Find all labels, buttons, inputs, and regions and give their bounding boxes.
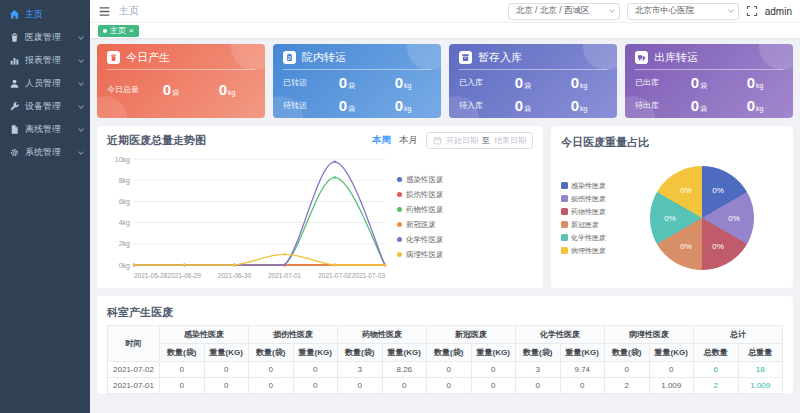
- tag-home[interactable]: 主页 ×: [98, 25, 139, 37]
- trend-controls: 本周 本月 开始日期 至 结束日期: [372, 132, 533, 149]
- trend-legend-item[interactable]: 新冠医废: [397, 220, 455, 230]
- card-title: 今日产生: [126, 50, 170, 65]
- pie-legend-item[interactable]: 药物性医废: [561, 207, 621, 217]
- sidebar-item-device-management[interactable]: 设备管理: [0, 95, 90, 118]
- card-divider: [107, 69, 255, 70]
- svg-text:6kg: 6kg: [119, 198, 130, 206]
- pie-legend-item[interactable]: 损伤性医废: [561, 194, 621, 204]
- stat-label: 已转运: [283, 77, 319, 88]
- stat-count: 0袋: [495, 74, 551, 91]
- card-divider: [635, 69, 783, 70]
- trend-chart-panel: 近期医废总量走势图 本周 本月 开始日期 至 结束日期: [97, 126, 543, 288]
- stat-card-4: 出库转运 已出库 0袋 0kg 待出库 0袋 0kg: [625, 44, 793, 118]
- col-group: 损伤性医废: [249, 326, 338, 344]
- sidebar-item-home[interactable]: 主页: [0, 3, 90, 26]
- card-title: 院内转运: [302, 50, 346, 65]
- clipboard-icon: [283, 51, 296, 64]
- col-sub: 数量(袋): [516, 344, 561, 362]
- chevron-down-icon: [78, 126, 84, 132]
- sidebar-item-label: 报表管理: [25, 54, 79, 67]
- legend-label: 化学性医废: [406, 235, 444, 245]
- legend-swatch: [561, 208, 568, 215]
- date-start-placeholder[interactable]: 开始日期: [446, 135, 478, 146]
- legend-dot: [397, 192, 402, 197]
- sidebar-item-report-management[interactable]: 报表管理: [0, 49, 90, 72]
- row-total-weight: 18: [738, 362, 783, 378]
- stat-weight: 0kg: [551, 74, 607, 91]
- trend-legend-item[interactable]: 药物性医废: [397, 205, 455, 215]
- trend-legend-item[interactable]: 损伤性医废: [397, 190, 455, 200]
- user-menu[interactable]: admin: [765, 6, 792, 17]
- trend-header: 近期医废总量走势图 本周 本月 开始日期 至 结束日期: [107, 132, 533, 149]
- svg-text:2kg: 2kg: [119, 240, 130, 248]
- pie-slice-label: 0%: [712, 186, 724, 195]
- stat-count: 0袋: [671, 74, 727, 91]
- app: 主页医废管理报表管理人员管理设备管理离线管理系统管理 主页 北京 / 北京 / …: [0, 0, 800, 413]
- tag-close-icon[interactable]: ×: [129, 27, 134, 35]
- svg-text:10kg: 10kg: [115, 156, 130, 164]
- legend-label: 化学性医废: [571, 233, 606, 243]
- legend-dot: [397, 252, 402, 257]
- gear-icon: [9, 147, 20, 158]
- chevron-down-icon: [78, 57, 84, 63]
- pie-chart[interactable]: 0%0%0%0%0%0%: [650, 166, 754, 270]
- region-select[interactable]: 北京 / 北京 / 西城区: [508, 3, 620, 20]
- stat-card-2: 院内转运 已转运 0袋 0kg 待转运 0袋 0kg: [273, 44, 441, 118]
- table-cell: 3: [338, 362, 383, 378]
- date-end-placeholder[interactable]: 结束日期: [494, 135, 526, 146]
- svg-text:0kg: 0kg: [119, 262, 130, 270]
- col-total-sub: 总数量: [694, 344, 739, 362]
- row-total-weight: 1.009: [738, 378, 783, 394]
- table-row: 2021-07-01000000000021.00921.009: [108, 378, 783, 394]
- top-navbar: 主页 北京 / 北京 / 西城区 北京市中心医院 admin: [90, 0, 800, 22]
- col-total: 总计: [694, 326, 783, 344]
- pie-legend-item[interactable]: 感染性医废: [561, 181, 621, 191]
- pie-legend-item[interactable]: 病理性医废: [561, 246, 621, 256]
- hospital-select[interactable]: 北京市中心医院: [627, 3, 739, 20]
- svg-text:8kg: 8kg: [119, 177, 130, 185]
- table-cell: 0: [516, 378, 561, 394]
- trend-legend-item[interactable]: 感染性医废: [397, 175, 455, 185]
- legend-label: 病理性医废: [571, 246, 606, 256]
- hospital-select-value: 北京市中心医院: [635, 5, 721, 17]
- card-stat-row: 已出库 0袋 0kg: [635, 71, 783, 94]
- fullscreen-icon[interactable]: [746, 5, 758, 17]
- table-cell: 0: [471, 378, 516, 394]
- range-month-button[interactable]: 本月: [399, 134, 418, 147]
- legend-label: 新冠医废: [406, 220, 436, 230]
- date-range-picker[interactable]: 开始日期 至 结束日期: [426, 132, 533, 149]
- range-week-button[interactable]: 本周: [372, 134, 391, 147]
- row-total-count: 6: [694, 362, 739, 378]
- trend-legend-item[interactable]: 病理性医废: [397, 250, 455, 260]
- legend-swatch: [561, 221, 568, 228]
- sidebar-item-waste-management[interactable]: 医废管理: [0, 26, 90, 49]
- table-cell: 0: [249, 362, 294, 378]
- sidebar-item-personnel-management[interactable]: 人员管理: [0, 72, 90, 95]
- archive-icon: [459, 51, 472, 64]
- truck-icon: [635, 51, 648, 64]
- legend-dot: [397, 177, 402, 182]
- sidebar-collapse-icon[interactable]: [98, 5, 111, 18]
- stat-count: 0袋: [495, 97, 551, 114]
- card-title: 出库转运: [654, 50, 698, 65]
- row-total-count: 2: [694, 378, 739, 394]
- stat-card-3: 暂存入库 已入库 0袋 0kg 待入库 0袋 0kg: [449, 44, 617, 118]
- chevron-down-icon: [78, 34, 84, 40]
- pie-legend-item[interactable]: 新冠医废: [561, 220, 621, 230]
- trend-legend-item[interactable]: 化学性医废: [397, 235, 455, 245]
- svg-text:2021-06-29: 2021-06-29: [168, 272, 202, 279]
- col-sub: 重量(KG): [293, 344, 338, 362]
- sidebar-item-system-management[interactable]: 系统管理: [0, 141, 90, 164]
- col-sub: 重量(KG): [649, 344, 694, 362]
- card-stat-row: 今日总量 0袋 0kg: [107, 78, 255, 101]
- sidebar: 主页医废管理报表管理人员管理设备管理离线管理系统管理: [0, 0, 90, 413]
- legend-dot: [397, 222, 402, 227]
- stat-weight: 0kg: [375, 74, 431, 91]
- bars-icon: [9, 55, 20, 66]
- sidebar-item-offline-management[interactable]: 离线管理: [0, 118, 90, 141]
- pie-body: 感染性医废损伤性医废药物性医废新冠医废化学性医废病理性医废 0%0%0%0%0%…: [561, 154, 783, 282]
- table-cell: 0: [649, 362, 694, 378]
- pie-slice-label: 0%: [728, 214, 740, 223]
- pie-legend-item[interactable]: 化学性医废: [561, 233, 621, 243]
- pie-slice-label: 0%: [664, 214, 676, 223]
